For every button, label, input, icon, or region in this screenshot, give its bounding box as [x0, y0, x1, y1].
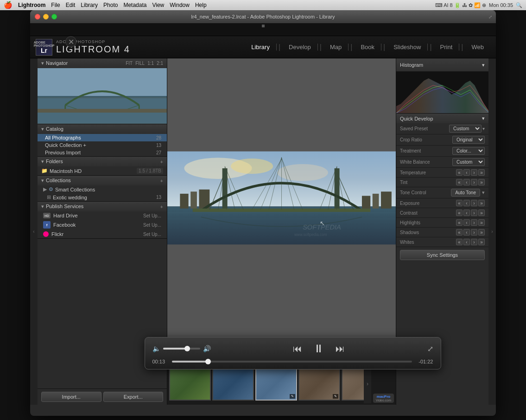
sh-dec[interactable]: ‹: [463, 229, 470, 235]
exp-inc-inc[interactable]: »: [478, 200, 485, 206]
tint-dec[interactable]: ‹: [463, 179, 470, 185]
tint-inc[interactable]: ›: [471, 179, 477, 185]
filmstrip-thumb-4[interactable]: ✎: [298, 367, 340, 401]
wh-inc[interactable]: ›: [471, 239, 477, 245]
hl-dec-dec[interactable]: «: [456, 219, 463, 226]
publish-flickr[interactable]: Flickr Set Up...: [38, 230, 167, 238]
hl-inc[interactable]: ›: [471, 219, 477, 226]
wh-dec[interactable]: ‹: [463, 239, 470, 245]
tint-adjust[interactable]: « ‹ › »: [456, 179, 485, 185]
volume-slider[interactable]: [163, 348, 200, 350]
filmstrip-thumb-2[interactable]: [212, 367, 254, 401]
whites-adjust[interactable]: « ‹ › »: [456, 239, 485, 245]
temperature-adjust[interactable]: « ‹ › »: [456, 169, 485, 176]
tab-print[interactable]: Print: [434, 44, 460, 51]
menu-window[interactable]: Window: [170, 2, 190, 8]
catalog-previous-import[interactable]: Previous Import 27: [38, 149, 167, 156]
zoom-fit[interactable]: FIT: [126, 61, 133, 66]
folders-header[interactable]: ▾Folders +: [38, 157, 167, 166]
saved-preset-select[interactable]: Custom: [449, 125, 482, 133]
sh-dec-dec[interactable]: «: [456, 229, 463, 235]
sync-settings-button[interactable]: Sync Settings: [400, 250, 485, 260]
menu-metadata[interactable]: Metadata: [123, 2, 146, 8]
temp-inc-inc[interactable]: »: [478, 169, 485, 176]
add-collection-button[interactable]: +: [160, 178, 163, 184]
filmstrip-thumb-3[interactable]: ✎: [255, 367, 297, 401]
shadows-adjust[interactable]: « ‹ › »: [456, 229, 485, 235]
menu-edit[interactable]: Edit: [66, 2, 76, 8]
temp-inc[interactable]: ›: [471, 169, 477, 176]
wh-dec-dec[interactable]: «: [456, 239, 463, 245]
tab-develop[interactable]: Develop: [282, 44, 318, 51]
histogram-header[interactable]: Histogram ▾: [396, 58, 488, 71]
con-inc-inc[interactable]: »: [478, 210, 485, 216]
con-dec-dec[interactable]: «: [456, 210, 463, 216]
publish-services-header[interactable]: ▾Publish Services +: [38, 202, 167, 211]
collections-header[interactable]: ▾Collections +: [38, 176, 167, 185]
temp-dec-dec[interactable]: «: [456, 169, 463, 176]
pause-button[interactable]: ⏸: [313, 342, 324, 355]
menu-search[interactable]: 🔍: [516, 2, 522, 8]
publish-hard-drive[interactable]: HD Hard Drive Set Up...: [38, 211, 167, 220]
hl-dec[interactable]: ‹: [463, 219, 470, 226]
temp-dec[interactable]: ‹: [463, 169, 470, 176]
filmstrip-next-arrow[interactable]: ›: [364, 364, 371, 403]
menu-app-name[interactable]: Lightroom: [18, 2, 45, 8]
con-inc[interactable]: ›: [471, 210, 477, 216]
zoom-1-1[interactable]: 1:1: [147, 61, 154, 66]
tab-book[interactable]: Book: [354, 44, 381, 51]
flickr-setup[interactable]: Set Up...: [143, 232, 161, 237]
auto-tone-button[interactable]: Auto Tone: [451, 189, 480, 197]
progress-bar[interactable]: [172, 361, 412, 363]
menu-library[interactable]: Library: [81, 2, 98, 8]
tab-map[interactable]: Map: [323, 44, 349, 51]
smart-collections-group[interactable]: ▶ ⚙ Smart Collections: [38, 185, 167, 193]
left-panel-toggle[interactable]: ‹: [30, 58, 38, 405]
skip-forward-button[interactable]: ⏭: [336, 344, 345, 354]
highlights-adjust[interactable]: « ‹ › »: [456, 219, 485, 226]
tint-dec-dec[interactable]: «: [456, 179, 463, 185]
contrast-adjust[interactable]: « ‹ › »: [456, 210, 485, 216]
white-balance-select[interactable]: Custom: [452, 158, 485, 166]
hl-inc-inc[interactable]: »: [478, 219, 485, 226]
exp-dec-dec[interactable]: «: [456, 200, 463, 206]
close-overlay-button[interactable]: ✕: [65, 36, 76, 47]
menu-view[interactable]: View: [152, 2, 164, 8]
progress-knob[interactable]: [205, 359, 211, 364]
close-button[interactable]: ✕: [35, 14, 40, 19]
tab-slideshow[interactable]: Slideshow: [387, 44, 428, 51]
resize-icon[interactable]: ⤢: [488, 14, 492, 19]
fullscreen-button[interactable]: ⤢: [427, 344, 433, 353]
hard-drive-setup[interactable]: Set Up...: [143, 213, 161, 218]
exp-dec[interactable]: ‹: [463, 200, 470, 206]
apple-menu[interactable]: 🍎: [4, 1, 13, 9]
menu-file[interactable]: File: [51, 2, 60, 8]
zoom-fill[interactable]: FILL: [135, 61, 145, 66]
catalog-all-photographs[interactable]: All Photographs 28: [38, 134, 167, 141]
crop-ratio-select[interactable]: Original: [452, 136, 485, 144]
menu-photo[interactable]: Photo: [103, 2, 118, 8]
tab-web[interactable]: Web: [465, 44, 491, 51]
treatment-select[interactable]: Color...: [452, 147, 485, 155]
wh-inc-inc[interactable]: »: [478, 239, 485, 245]
navigator-zoom-controls[interactable]: FIT FILL 1:1 2:1: [126, 61, 163, 66]
catalog-header[interactable]: ▾Catalog: [38, 124, 167, 134]
zoom-2-1[interactable]: 2:1: [157, 61, 163, 66]
sh-inc[interactable]: ›: [471, 229, 477, 235]
catalog-quick-collection[interactable]: Quick Collection + 13: [38, 141, 167, 149]
navigator-header[interactable]: ▾Navigator FIT FILL 1:1 2:1: [38, 58, 167, 68]
sh-inc-inc[interactable]: »: [478, 229, 485, 235]
folder-macintosh-hd[interactable]: 📁 Macintosh HD 1.5 / 1.8TB: [38, 166, 167, 175]
exotic-wedding-collection[interactable]: ⊞ Exotic wedding 13: [38, 193, 167, 201]
right-panel-toggle[interactable]: ›: [488, 58, 496, 405]
skip-back-button[interactable]: ⏮: [293, 344, 302, 354]
maximize-button[interactable]: +: [51, 14, 57, 19]
export-button[interactable]: Export...: [103, 392, 164, 402]
tab-library[interactable]: Library: [245, 44, 277, 51]
filmstrip-thumb-1[interactable]: [169, 367, 211, 401]
facebook-setup[interactable]: Set Up...: [143, 223, 161, 228]
minimize-button[interactable]: –: [43, 14, 49, 19]
publish-facebook[interactable]: f Facebook Set Up...: [38, 220, 167, 230]
import-button[interactable]: Import...: [41, 392, 101, 402]
tint-inc-inc[interactable]: »: [478, 179, 485, 185]
